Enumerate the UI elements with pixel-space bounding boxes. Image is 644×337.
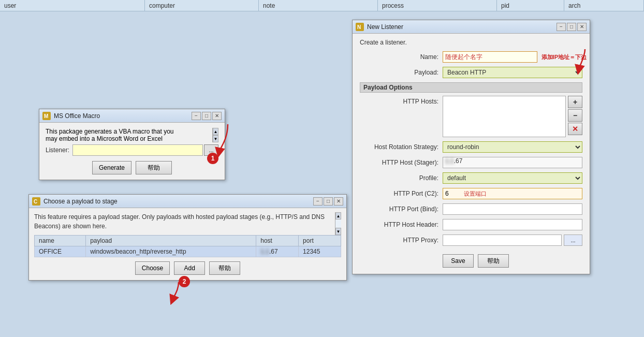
col-process: process: [378, 0, 497, 11]
choose-scrollbar[interactable]: ▲ ▼: [335, 212, 341, 235]
annotation-2: 2: [179, 276, 190, 287]
annotation-1: 1: [207, 153, 218, 164]
listener-window-content: Create a listener. Name: 添加IP地址＝下边 Paylo…: [353, 34, 590, 274]
choose-close-button[interactable]: ✕: [334, 197, 343, 206]
proxy-input[interactable]: [443, 235, 562, 246]
col-user: user: [0, 0, 145, 11]
macro-help-button[interactable]: 帮助: [136, 161, 172, 174]
col-note: note: [259, 0, 378, 11]
port-bind-row: HTTP Port (Bind):: [360, 203, 582, 215]
macro-desc-container: This package generates a VBA macro that …: [46, 128, 218, 142]
choose-title: Choose a payload to stage: [43, 198, 313, 205]
macro-close-button[interactable]: ✕: [212, 112, 222, 120]
add-button[interactable]: Add: [174, 261, 205, 275]
listener-bottom-buttons: Save 帮助: [443, 250, 582, 269]
host-header-label: HTTP Host Header:: [360, 221, 443, 228]
listener-label: Listener:: [46, 146, 69, 154]
listener-window-title: New Listener: [367, 23, 557, 31]
stager-row: HTTP Host (Stager): 1.1.67: [360, 157, 582, 168]
clear-hosts-button[interactable]: ✕: [568, 123, 582, 135]
http-hosts-box[interactable]: [443, 96, 566, 137]
generate-button[interactable]: Generate: [92, 161, 131, 174]
col-host-header: host: [256, 236, 299, 246]
payload-label: Payload:: [360, 69, 443, 76]
row-host: 1.1.67: [256, 246, 299, 257]
table-row[interactable]: OFFICE windows/beacon_http/reverse_http …: [35, 246, 341, 257]
macro-title: MS Office Macro: [54, 112, 192, 120]
macro-scrollbar[interactable]: ▲ ▼: [212, 128, 218, 142]
macro-titlebar: M MS Office Macro − □ ✕: [39, 109, 225, 123]
port-c2-label: HTTP Port (C2):: [360, 190, 443, 197]
choose-content: This feature requires a payload stager. …: [29, 208, 346, 280]
listener-window-icon: N: [356, 23, 364, 31]
listener-minimize-button[interactable]: −: [557, 23, 566, 31]
choose-scroll-track: [335, 219, 341, 228]
macro-content: This package generates a VBA macro that …: [39, 123, 225, 180]
profile-select[interactable]: default: [443, 172, 582, 184]
remove-host-button[interactable]: −: [568, 109, 582, 122]
macro-maximize-button[interactable]: □: [202, 112, 211, 120]
svg-text:M: M: [44, 113, 48, 119]
choose-window-controls: − □ ✕: [313, 197, 343, 206]
http-hosts-row: HTTP Hosts: + − ✕: [360, 96, 582, 137]
proxy-browse-button[interactable]: ...: [564, 235, 582, 246]
macro-scroll-up[interactable]: ▲: [213, 128, 218, 135]
listener-input[interactable]: [72, 144, 203, 156]
payload-select[interactable]: Beacon HTTPBeacon HTTPSBeacon DNSForeign…: [443, 67, 582, 78]
port-c2-input[interactable]: [445, 190, 461, 197]
choose-titlebar: C Choose a payload to stage − □ ✕: [29, 195, 346, 208]
col-arch: arch: [564, 0, 644, 11]
choose-help-button[interactable]: 帮助: [209, 261, 240, 275]
choose-minimize-button[interactable]: −: [313, 197, 323, 206]
macro-scroll-down[interactable]: ▼: [213, 135, 218, 142]
payload-table: name payload host port OFFICE windows/be…: [34, 235, 341, 257]
col-payload-header: payload: [86, 236, 256, 246]
listener-close-button[interactable]: ✕: [577, 23, 587, 31]
name-row: Name: 添加IP地址＝下边: [360, 51, 582, 63]
choose-payload-window: C Choose a payload to stage − □ ✕ This f…: [28, 194, 347, 281]
svg-text:N: N: [357, 24, 361, 30]
listener-row: Listener: ...: [46, 144, 218, 156]
name-note: 添加IP地址＝下边: [541, 53, 587, 61]
macro-minimize-button[interactable]: −: [192, 112, 201, 120]
port-bind-label: HTTP Port (Bind):: [360, 206, 443, 213]
proxy-row: HTTP Proxy: ...: [360, 235, 582, 246]
save-button[interactable]: Save: [443, 254, 474, 268]
choose-scroll-up[interactable]: ▲: [335, 212, 341, 219]
svg-text:C: C: [34, 199, 37, 204]
new-listener-window: N New Listener − □ ✕ Create a listener. …: [352, 20, 590, 274]
port-c2-input-container: 设置端口: [443, 188, 582, 199]
payload-options-header: Payload Options: [360, 82, 582, 93]
macro-window-controls: − □ ✕: [192, 112, 222, 120]
http-hosts-buttons: + − ✕: [568, 96, 582, 135]
profile-label: Profile:: [360, 174, 443, 182]
choose-maximize-button[interactable]: □: [324, 197, 333, 206]
choose-bottom-bar: Choose Add 帮助: [34, 258, 341, 276]
create-listener-label: Create a listener.: [360, 39, 582, 46]
listener-titlebar: N New Listener − □ ✕: [353, 20, 590, 34]
macro-buttons: Generate 帮助: [46, 161, 218, 174]
port-bind-input[interactable]: [443, 203, 582, 215]
profile-row: Profile: default: [360, 172, 582, 184]
rotation-select[interactable]: round-robinfailover: [443, 141, 582, 153]
col-port-header: port: [299, 236, 341, 246]
choose-window-icon: C: [32, 197, 40, 206]
listener-help-button[interactable]: 帮助: [478, 254, 509, 268]
name-label: Name:: [360, 53, 443, 61]
add-host-button[interactable]: +: [568, 96, 582, 108]
col-name-header: name: [35, 236, 86, 246]
choose-button[interactable]: Choose: [135, 261, 170, 275]
listener-window-controls: − □ ✕: [557, 23, 587, 31]
col-computer: computer: [145, 0, 259, 11]
macro-window-icon: M: [42, 112, 51, 120]
listener-maximize-button[interactable]: □: [567, 23, 576, 31]
proxy-label: HTTP Proxy:: [360, 237, 443, 244]
port-hint: 设置端口: [464, 190, 487, 198]
host-header-input[interactable]: [443, 219, 582, 230]
bg-table-header: user computer note process pid arch: [0, 0, 644, 11]
http-hosts-label: HTTP Hosts:: [360, 96, 443, 105]
choose-scroll-down[interactable]: ▼: [335, 228, 341, 235]
row-name: OFFICE: [35, 246, 86, 257]
row-port: 12345: [299, 246, 341, 257]
name-input[interactable]: [443, 51, 537, 63]
